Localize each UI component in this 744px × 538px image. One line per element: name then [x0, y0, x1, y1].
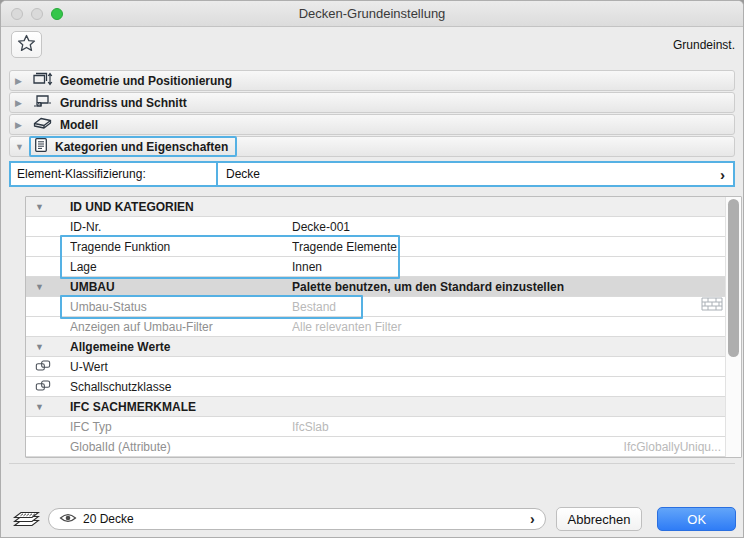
eye-icon — [59, 512, 77, 527]
table-section-row[interactable]: ▼ ID UND KATEGORIEN — [26, 197, 741, 217]
table-row[interactable]: U-Wert — [26, 357, 741, 377]
cancel-button[interactable]: Abbrechen — [556, 507, 643, 531]
model-icon — [32, 115, 53, 135]
section-title: IFC SACHMERKMALE — [70, 400, 292, 414]
section-list: ▶ Geometrie und Positionierung ▶ — [1, 63, 743, 157]
section-modell[interactable]: ▶ Modell — [9, 114, 735, 135]
disclosure-triangle-icon[interactable]: ▶ — [15, 76, 32, 86]
brick-icon — [701, 297, 723, 316]
properties-table: ▼ ID UND KATEGORIEN ID-Nr. Decke-001 Tra… — [25, 196, 742, 458]
window-controls — [11, 8, 63, 20]
property-value: Alle relevanten Filter — [292, 320, 723, 334]
categories-icon — [34, 137, 48, 157]
section-label: Grundriss und Schnitt — [60, 96, 187, 110]
disclosure-triangle-icon[interactable]: ▼ — [35, 202, 44, 212]
section-hint: Palette benutzen, um den Standard einzus… — [292, 280, 723, 294]
section-geometrie-und-positionierung[interactable]: ▶ Geometrie und Positionierung — [9, 70, 735, 91]
ok-button[interactable]: OK — [657, 507, 736, 531]
property-value[interactable]: Innen — [292, 260, 723, 274]
preset-label: Grundeinst. — [673, 38, 735, 52]
table-row[interactable]: IFC Typ IfcSlab — [26, 417, 741, 437]
table-section-row[interactable]: ▼ Allgemeine Werte — [26, 337, 741, 357]
link-icon — [35, 359, 51, 375]
table-section-row[interactable]: ▼ UMBAU Palette benutzen, um den Standar… — [26, 277, 741, 297]
layers-button[interactable] — [13, 507, 40, 531]
disclosure-triangle-icon[interactable]: ▼ — [35, 282, 44, 292]
property-value[interactable]: Decke-001 — [292, 220, 723, 234]
table-row[interactable]: GlobalId (Attribute) IfcGloballyUniqu... — [26, 437, 741, 457]
geometry-icon — [32, 71, 53, 91]
link-icon — [35, 379, 51, 395]
table-row[interactable]: Lage Innen — [26, 257, 741, 277]
property-label: U-Wert — [70, 360, 292, 374]
layer-value: 20 Decke — [83, 512, 134, 526]
property-label: Umbau-Status — [70, 300, 292, 314]
section-title: ID UND KATEGORIEN — [70, 200, 292, 214]
dialog-footer: 20 Decke › Abbrechen OK — [1, 505, 743, 533]
layer-dropdown[interactable]: 20 Decke › — [48, 508, 546, 530]
property-value: Bestand — [292, 300, 695, 314]
section-kategorien-und-eigenschaften[interactable]: ▼ Kategorien und Eigenschaften — [9, 136, 735, 157]
property-label: IFC Typ — [70, 420, 292, 434]
property-value: IfcGloballyUniqu... — [292, 440, 723, 454]
zoom-button[interactable] — [51, 8, 63, 20]
disclosure-triangle-icon[interactable]: ▶ — [15, 120, 32, 130]
window-title: Decken-Grundeinstellung — [1, 6, 743, 21]
property-label: Lage — [70, 260, 292, 274]
section-label: Kategorien und Eigenschaften — [55, 140, 228, 154]
disclosure-triangle-icon[interactable]: ▼ — [35, 402, 44, 412]
section-label: Geometrie und Positionierung — [60, 74, 232, 88]
highlight-box: Kategorien und Eigenschaften — [29, 136, 237, 157]
settings-dialog: Decken-Grundeinstellung Grundeinst. ▶ Ge — [0, 0, 744, 538]
table-section-row[interactable]: ▼ IFC SACHMERKMALE — [26, 397, 741, 417]
section-grundriss-und-schnitt[interactable]: ▶ Grundriss und Schnitt — [9, 92, 735, 113]
property-label: Tragende Funktion — [70, 240, 292, 254]
layers-icon — [13, 507, 40, 531]
favorites-button[interactable] — [11, 31, 42, 58]
property-label: ID-Nr. — [70, 220, 292, 234]
disclosure-triangle-icon[interactable]: ▼ — [35, 342, 44, 352]
property-value: IfcSlab — [292, 420, 723, 434]
disclosure-triangle-icon[interactable]: ▶ — [15, 98, 32, 108]
star-icon — [17, 34, 36, 55]
chevron-right-icon: › — [720, 167, 725, 182]
property-value[interactable]: Tragende Elemente — [292, 240, 723, 254]
footer-divider — [9, 463, 735, 464]
close-button[interactable] — [11, 8, 23, 20]
section-label: Modell — [60, 118, 98, 132]
table-row[interactable]: Anzeigen auf Umbau-Filter Alle relevante… — [26, 317, 741, 337]
floorplan-icon — [32, 93, 53, 113]
titlebar[interactable]: Decken-Grundeinstellung — [1, 1, 743, 27]
table-scrollbar[interactable] — [725, 197, 741, 457]
classification-dropdown[interactable]: Decke › — [216, 163, 733, 185]
classification-label: Element-Klassifizierung: — [11, 167, 216, 181]
table-row[interactable]: Umbau-Status Bestand — [26, 297, 741, 317]
table-row[interactable]: Tragende Funktion Tragende Elemente — [26, 237, 741, 257]
table-row[interactable]: Schallschutzklasse — [26, 377, 741, 397]
property-label: Schallschutzklasse — [70, 380, 292, 394]
property-label: Anzeigen auf Umbau-Filter — [70, 320, 292, 334]
table-row[interactable]: ID-Nr. Decke-001 — [26, 217, 741, 237]
property-label: GlobalId (Attribute) — [70, 440, 292, 454]
dialog-toolbar: Grundeinst. — [1, 27, 743, 63]
section-title: UMBAU — [70, 280, 292, 294]
element-classification-row: Element-Klassifizierung: Decke › — [9, 161, 735, 187]
minimize-button[interactable] — [31, 8, 43, 20]
chevron-right-icon: › — [530, 512, 535, 526]
section-title: Allgemeine Werte — [70, 340, 292, 354]
scrollbar-thumb[interactable] — [728, 199, 739, 357]
classification-value: Decke — [226, 167, 720, 181]
